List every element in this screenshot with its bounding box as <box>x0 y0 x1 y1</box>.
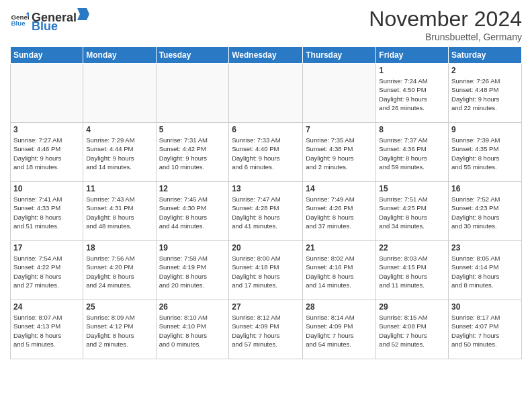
day-number: 12 <box>159 184 226 193</box>
day-number: 25 <box>86 302 152 312</box>
calendar-body: 1Sunrise: 7:24 AM Sunset: 4:50 PM Daylig… <box>11 64 522 359</box>
day-info: Sunrise: 7:54 AM Sunset: 4:22 PM Dayligh… <box>13 254 80 289</box>
day-number: 4 <box>86 125 152 134</box>
calendar-cell: 26Sunrise: 8:10 AM Sunset: 4:10 PM Dayli… <box>156 300 229 359</box>
day-number: 26 <box>159 302 226 312</box>
day-number: 3 <box>13 125 80 134</box>
dow-header-thursday: Thursday <box>303 47 376 64</box>
day-info: Sunrise: 7:52 AM Sunset: 4:23 PM Dayligh… <box>451 195 519 230</box>
svg-text:Blue: Blue <box>11 19 26 27</box>
calendar-cell: 12Sunrise: 7:45 AM Sunset: 4:30 PM Dayli… <box>156 182 229 241</box>
calendar-cell: 20Sunrise: 8:00 AM Sunset: 4:18 PM Dayli… <box>229 241 303 300</box>
day-info: Sunrise: 8:07 AM Sunset: 4:13 PM Dayligh… <box>13 313 80 349</box>
calendar-cell: 4Sunrise: 7:29 AM Sunset: 4:44 PM Daylig… <box>83 123 156 182</box>
location-subtitle: Brunsbuettel, Germany <box>369 32 522 42</box>
dow-header-tuesday: Tuesday <box>156 47 229 64</box>
calendar-cell <box>11 64 83 123</box>
calendar-week-5: 24Sunrise: 8:07 AM Sunset: 4:13 PM Dayli… <box>11 300 522 359</box>
dow-header-wednesday: Wednesday <box>229 47 303 64</box>
day-number: 16 <box>451 184 519 193</box>
day-info: Sunrise: 7:45 AM Sunset: 4:30 PM Dayligh… <box>159 195 226 230</box>
day-number: 2 <box>451 66 519 75</box>
day-number: 10 <box>13 184 80 193</box>
day-info: Sunrise: 8:14 AM Sunset: 4:09 PM Dayligh… <box>306 313 373 349</box>
day-info: Sunrise: 7:58 AM Sunset: 4:19 PM Dayligh… <box>159 254 226 289</box>
day-info: Sunrise: 7:51 AM Sunset: 4:25 PM Dayligh… <box>379 195 445 230</box>
calendar-cell: 28Sunrise: 8:14 AM Sunset: 4:09 PM Dayli… <box>303 300 376 359</box>
calendar-cell: 18Sunrise: 7:56 AM Sunset: 4:20 PM Dayli… <box>83 241 156 300</box>
day-number: 21 <box>306 243 373 253</box>
day-number: 29 <box>379 302 445 312</box>
day-info: Sunrise: 7:39 AM Sunset: 4:35 PM Dayligh… <box>451 136 519 171</box>
day-info: Sunrise: 7:47 AM Sunset: 4:28 PM Dayligh… <box>232 195 300 230</box>
calendar-cell <box>156 64 229 123</box>
day-info: Sunrise: 7:35 AM Sunset: 4:38 PM Dayligh… <box>306 136 373 171</box>
day-info: Sunrise: 7:27 AM Sunset: 4:46 PM Dayligh… <box>13 136 80 171</box>
calendar-cell: 30Sunrise: 8:17 AM Sunset: 4:07 PM Dayli… <box>449 300 522 359</box>
calendar-cell: 19Sunrise: 7:58 AM Sunset: 4:19 PM Dayli… <box>156 241 229 300</box>
dow-header-saturday: Saturday <box>449 47 522 64</box>
svg-marker-4 <box>77 8 89 20</box>
calendar-week-2: 3Sunrise: 7:27 AM Sunset: 4:46 PM Daylig… <box>11 123 522 182</box>
calendar-cell: 5Sunrise: 7:31 AM Sunset: 4:42 PM Daylig… <box>156 123 229 182</box>
page: General Blue General Blue November 2024 … <box>0 0 532 411</box>
day-info: Sunrise: 8:15 AM Sunset: 4:08 PM Dayligh… <box>379 313 445 349</box>
day-number: 6 <box>232 125 300 134</box>
month-title: November 2024 <box>369 7 522 32</box>
calendar-cell <box>83 64 156 123</box>
day-of-week-row: SundayMondayTuesdayWednesdayThursdayFrid… <box>11 47 522 64</box>
calendar-cell: 10Sunrise: 7:41 AM Sunset: 4:33 PM Dayli… <box>11 182 83 241</box>
calendar-cell: 7Sunrise: 7:35 AM Sunset: 4:38 PM Daylig… <box>303 123 376 182</box>
calendar-cell: 11Sunrise: 7:43 AM Sunset: 4:31 PM Dayli… <box>83 182 156 241</box>
day-number: 23 <box>451 243 519 253</box>
calendar-cell: 17Sunrise: 7:54 AM Sunset: 4:22 PM Dayli… <box>11 241 83 300</box>
calendar-cell: 8Sunrise: 7:37 AM Sunset: 4:36 PM Daylig… <box>376 123 449 182</box>
day-number: 9 <box>451 125 519 134</box>
title-block: November 2024 Brunsbuettel, Germany <box>369 7 522 42</box>
dow-header-monday: Monday <box>83 47 156 64</box>
day-number: 24 <box>13 302 80 312</box>
day-number: 19 <box>159 243 226 253</box>
day-number: 18 <box>86 243 152 253</box>
calendar-cell <box>229 64 303 123</box>
logo-arrow-icon <box>77 7 89 21</box>
calendar-cell: 6Sunrise: 7:33 AM Sunset: 4:40 PM Daylig… <box>229 123 303 182</box>
day-number: 7 <box>306 125 373 134</box>
calendar-cell: 21Sunrise: 8:02 AM Sunset: 4:16 PM Dayli… <box>303 241 376 300</box>
day-number: 1 <box>379 66 445 75</box>
day-info: Sunrise: 7:56 AM Sunset: 4:20 PM Dayligh… <box>86 254 152 289</box>
calendar-cell: 29Sunrise: 8:15 AM Sunset: 4:08 PM Dayli… <box>376 300 449 359</box>
dow-header-sunday: Sunday <box>11 47 83 64</box>
day-info: Sunrise: 8:03 AM Sunset: 4:15 PM Dayligh… <box>379 254 445 289</box>
day-info: Sunrise: 8:17 AM Sunset: 4:07 PM Dayligh… <box>451 313 519 349</box>
day-info: Sunrise: 7:43 AM Sunset: 4:31 PM Dayligh… <box>86 195 152 230</box>
calendar-week-1: 1Sunrise: 7:24 AM Sunset: 4:50 PM Daylig… <box>11 64 522 123</box>
day-info: Sunrise: 8:02 AM Sunset: 4:16 PM Dayligh… <box>306 254 373 289</box>
calendar-cell: 27Sunrise: 8:12 AM Sunset: 4:09 PM Dayli… <box>229 300 303 359</box>
day-info: Sunrise: 8:05 AM Sunset: 4:14 PM Dayligh… <box>451 254 519 289</box>
calendar-cell: 2Sunrise: 7:26 AM Sunset: 4:48 PM Daylig… <box>449 64 522 123</box>
day-number: 8 <box>379 125 445 134</box>
day-number: 27 <box>232 302 300 312</box>
calendar-table: SundayMondayTuesdayWednesdayThursdayFrid… <box>10 46 522 359</box>
day-info: Sunrise: 7:29 AM Sunset: 4:44 PM Dayligh… <box>86 136 152 171</box>
day-number: 22 <box>379 243 445 253</box>
day-info: Sunrise: 7:37 AM Sunset: 4:36 PM Dayligh… <box>379 136 445 171</box>
day-info: Sunrise: 7:33 AM Sunset: 4:40 PM Dayligh… <box>232 136 300 171</box>
day-number: 17 <box>13 243 80 253</box>
day-info: Sunrise: 8:10 AM Sunset: 4:10 PM Dayligh… <box>159 313 226 349</box>
calendar-cell: 9Sunrise: 7:39 AM Sunset: 4:35 PM Daylig… <box>449 123 522 182</box>
day-number: 20 <box>232 243 300 253</box>
calendar-cell: 23Sunrise: 8:05 AM Sunset: 4:14 PM Dayli… <box>449 241 522 300</box>
logo-icon: General Blue <box>10 11 29 30</box>
calendar-cell: 1Sunrise: 7:24 AM Sunset: 4:50 PM Daylig… <box>376 64 449 123</box>
day-info: Sunrise: 7:31 AM Sunset: 4:42 PM Dayligh… <box>159 136 226 171</box>
day-info: Sunrise: 7:26 AM Sunset: 4:48 PM Dayligh… <box>451 77 519 112</box>
day-info: Sunrise: 7:41 AM Sunset: 4:33 PM Dayligh… <box>13 195 80 230</box>
dow-header-friday: Friday <box>376 47 449 64</box>
day-number: 13 <box>232 184 300 193</box>
calendar-week-4: 17Sunrise: 7:54 AM Sunset: 4:22 PM Dayli… <box>11 241 522 300</box>
calendar-cell: 16Sunrise: 7:52 AM Sunset: 4:23 PM Dayli… <box>449 182 522 241</box>
calendar-cell <box>303 64 376 123</box>
logo: General Blue General Blue <box>10 7 90 34</box>
